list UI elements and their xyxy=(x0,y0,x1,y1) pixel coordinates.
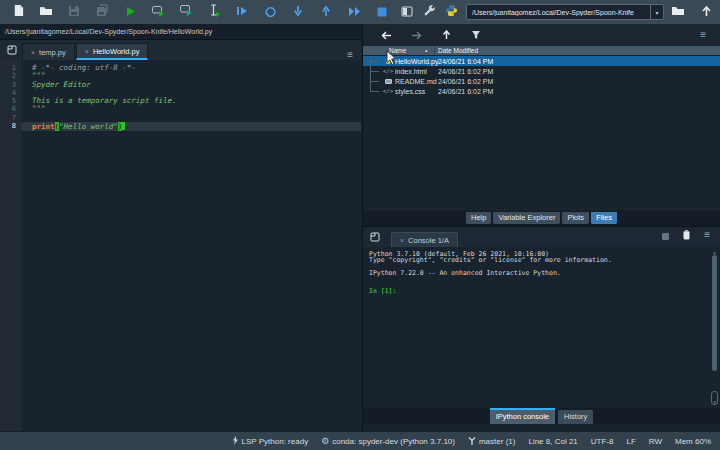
back-button[interactable] xyxy=(371,25,401,45)
inspect-object-icon[interactable] xyxy=(683,226,690,244)
code-file-icon: </> xyxy=(383,88,393,94)
scroll-down-box[interactable]: ▼ xyxy=(711,391,718,405)
maximize-pane-button[interactable] xyxy=(396,1,418,23)
console-prompt[interactable]: In [1]: xyxy=(369,288,714,294)
run-file-icon xyxy=(125,3,136,21)
new-file-button[interactable] xyxy=(4,1,32,23)
chevron-down-icon[interactable]: ▾ xyxy=(650,5,663,19)
eol-status: LF xyxy=(626,437,635,446)
file-row-README.md[interactable]: README.md24/06/21 6:02 PM xyxy=(363,76,720,86)
forward-arrow-icon xyxy=(411,26,422,44)
working-directory-combobox[interactable]: /Users/juanitagomez/Local/Dev-Spyder/Spo… xyxy=(466,4,664,20)
main-toolbar: /Users/juanitagomez/Local/Dev-Spyder/Spo… xyxy=(0,0,720,24)
scroll-down-icon[interactable]: ▼ xyxy=(713,400,716,404)
up-directory-button[interactable] xyxy=(431,25,461,45)
code-line: This is a temporary script file. xyxy=(32,97,361,105)
tab-variable-explorer[interactable]: Variable Explorer xyxy=(493,212,560,224)
tab-plots[interactable]: Plots xyxy=(562,212,589,224)
cursor-position-status: Line 8, Col 21 xyxy=(528,437,577,446)
editor-tab-HelloWorld.py[interactable]: ×HelloWorld.py xyxy=(76,43,149,60)
run-file-button[interactable] xyxy=(116,1,144,23)
column-date-modified[interactable]: Date Modified xyxy=(438,47,478,54)
run-cell-button[interactable] xyxy=(144,1,172,23)
editor-tabs: ×temp.py×HelloWorld.py xyxy=(22,43,149,60)
interrupt-kernel-icon[interactable] xyxy=(662,226,669,244)
open-file-button[interactable] xyxy=(32,1,60,23)
step-into-button[interactable] xyxy=(284,1,312,23)
code-token: print xyxy=(32,122,55,131)
python-path-manager-button[interactable] xyxy=(440,1,462,23)
files-toolbar: ≡ xyxy=(363,24,720,46)
editor-pane: /Users/juanitagomez/Local/Dev-Spyder/Spo… xyxy=(0,24,361,431)
tab-files[interactable]: Files xyxy=(591,212,617,224)
console-browse-tabs-button[interactable] xyxy=(365,227,385,247)
tab-history[interactable]: History xyxy=(558,410,593,424)
file-row-index.html[interactable]: </>index.html24/06/21 6:02 PM xyxy=(363,66,720,76)
lsp-status-icon xyxy=(232,436,239,447)
preferences-button[interactable] xyxy=(418,1,440,23)
file-row-HelloWorld.py[interactable]: HelloWorld.py24/06/21 6:04 PM xyxy=(363,56,720,66)
tab-ipython-console[interactable]: IPython console xyxy=(490,408,555,424)
up-arrow-icon xyxy=(442,26,451,44)
save-all-icon xyxy=(96,3,109,21)
line-number: 5 xyxy=(0,97,21,105)
file-date-modified: 24/06/21 6:04 PM xyxy=(438,58,493,65)
right-pane: ≡ Name ▴ Date Modified HelloWorld.py24/0… xyxy=(362,24,720,431)
file-date-modified: 24/06/21 6:02 PM xyxy=(438,88,493,95)
continue-button[interactable] xyxy=(340,1,368,23)
run-selection-button[interactable] xyxy=(200,1,228,23)
file-date-modified: 24/06/21 6:02 PM xyxy=(438,78,493,85)
continue-icon xyxy=(348,3,361,21)
line-number: 4 xyxy=(0,89,21,97)
run-cell-advance-button[interactable] xyxy=(172,1,200,23)
filter-button[interactable] xyxy=(461,25,491,45)
file-list-header[interactable]: Name ▴ Date Modified xyxy=(363,46,720,55)
code-editor[interactable]: 12345678 # -*- coding: utf-8 -*-"""Spyde… xyxy=(0,60,361,431)
git-branch-status[interactable]: master (1) xyxy=(468,436,515,447)
console-tabbar: × Console 1/A ≡ xyxy=(363,226,720,247)
close-icon[interactable]: × xyxy=(31,49,35,56)
console-tab[interactable]: × Console 1/A xyxy=(391,232,458,247)
sort-ascending-icon: ▴ xyxy=(425,47,428,53)
code-line: print("Hello world") xyxy=(21,122,361,131)
working-directory-value: /Users/juanitagomez/Local/Dev-Spyder/Spo… xyxy=(467,9,650,16)
save-button[interactable] xyxy=(60,1,88,23)
run-cell-icon xyxy=(151,3,165,21)
preferences-wrench-icon xyxy=(423,3,436,21)
editor-code[interactable]: # -*- coding: utf-8 -*-"""Spyder Editor … xyxy=(21,60,361,431)
ipython-console[interactable]: Python 3.7.10 (default, Feb 26 2021, 10:… xyxy=(363,247,720,408)
lsp-status[interactable]: LSP Python: ready xyxy=(232,436,309,447)
debug-file-button[interactable] xyxy=(228,1,256,23)
files-options-menu-icon[interactable]: ≡ xyxy=(694,30,712,40)
console-scrollbar[interactable]: ▲ ▼ xyxy=(711,250,718,405)
browse-tabs-button[interactable] xyxy=(2,40,22,60)
file-row-styles.css[interactable]: </>styles.css24/06/21 6:02 PM xyxy=(363,86,720,96)
run-selection-icon xyxy=(208,3,221,21)
close-icon[interactable]: × xyxy=(400,237,404,244)
console-options-menu-icon[interactable]: ≡ xyxy=(704,230,710,240)
line-number: 1 xyxy=(0,64,21,72)
conda-env-status[interactable]: ⚙ conda: spyder-dev (Python 3.7.10) xyxy=(321,437,455,446)
stop-button[interactable] xyxy=(368,1,396,23)
line-number: 6 xyxy=(0,105,21,113)
file-name: README.md xyxy=(395,78,437,85)
scroll-up-icon[interactable]: ▲ xyxy=(713,250,716,254)
tab-help[interactable]: Help xyxy=(466,212,491,224)
permissions-status: RW xyxy=(649,437,662,446)
editor-options-menu-icon[interactable]: ≡ xyxy=(341,50,359,60)
step-return-icon xyxy=(320,3,332,21)
browse-working-directory-button[interactable] xyxy=(664,1,692,23)
scrollbar-thumb[interactable] xyxy=(712,255,717,371)
parent-directory-button[interactable] xyxy=(692,1,720,23)
close-icon[interactable]: × xyxy=(85,48,89,55)
line-number: 2 xyxy=(0,72,21,80)
step-return-button[interactable] xyxy=(312,1,340,23)
stop-icon xyxy=(377,3,387,21)
rerun-button[interactable] xyxy=(256,1,284,23)
code-token: This is a temporary script file. xyxy=(32,96,177,105)
debug-file-icon xyxy=(236,3,248,21)
forward-button[interactable] xyxy=(401,25,431,45)
editor-tab-temp.py[interactable]: ×temp.py xyxy=(22,43,75,60)
tree-branch xyxy=(367,76,383,86)
save-all-button[interactable] xyxy=(88,1,116,23)
